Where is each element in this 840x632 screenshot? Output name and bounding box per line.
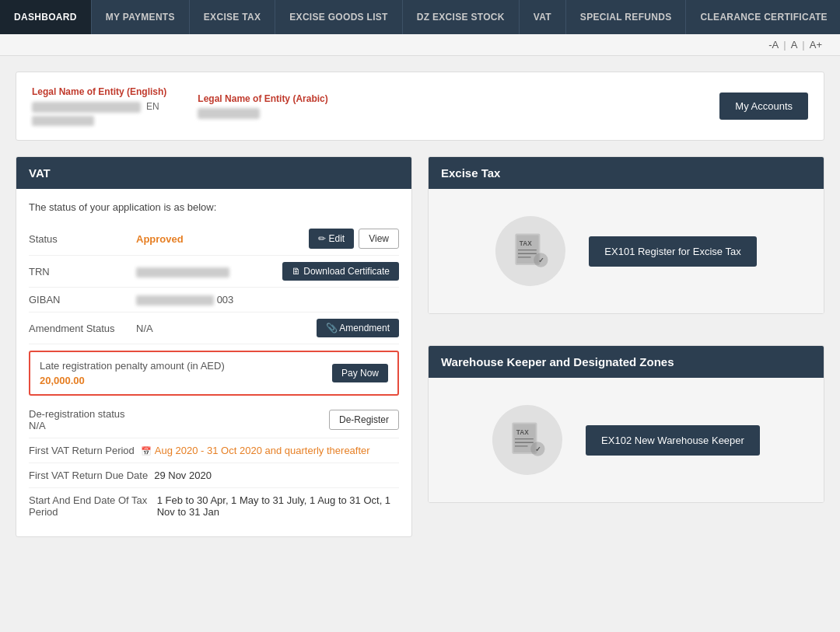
excise-tax-body: TAX ✓ EX101 Register for Excise Tax [429,189,824,313]
excise-tax-card: Excise Tax TAX ✓ [428,156,824,314]
first-due-value: 29 Nov 2020 [154,470,212,481]
pay-now-button[interactable]: Pay Now [332,364,388,382]
status-label: Status [29,233,130,245]
warehouse-card: Warehouse Keeper and Designated Zones TA… [428,345,824,503]
warehouse-register-button[interactable]: EX102 New Warehouse Keeper [586,425,760,456]
warehouse-tax-icon: TAX ✓ [506,419,549,462]
entity-arabic-label: Legal Name of Entity (Arabic) [198,93,327,104]
dereg-label: De-registration status [29,408,323,420]
penalty-row: Late registration penalty amount (in AED… [29,351,399,396]
amendment-icon: 📎 [326,323,340,333]
main-content: Legal Name of Entity (English) EN Legal … [0,56,840,553]
right-column: Excise Tax TAX ✓ [428,156,824,537]
first-return-label: First VAT Return Period [29,445,135,456]
entity-card: Legal Name of Entity (English) EN Legal … [16,72,824,141]
vat-card: VAT The status of your application is as… [16,156,412,537]
nav-excise-tax[interactable]: EXCISE TAX [190,0,275,34]
penalty-amount: 20,000.00 [40,375,332,386]
tax-period-value: 1 Feb to 30 Apr, 1 May to 31 July, 1 Aug… [157,494,399,518]
giban-label: GIBAN [29,294,130,306]
font-controls: -A | A | A+ [0,34,840,56]
dereg-value: N/A [29,420,323,431]
giban-row: GIBAN 003 [29,288,399,313]
deregister-button[interactable]: De-Register [329,410,399,430]
warehouse-icon-circle: TAX ✓ [492,405,562,475]
entity-arabic-field: Legal Name of Entity (Arabic) [198,93,327,120]
svg-text:✓: ✓ [534,445,541,453]
amendment-status-row: Amendment Status N/A 📎 Amendment [29,313,399,344]
entity-english-field: Legal Name of Entity (English) EN [32,86,166,126]
download-cert-button[interactable]: 🗎 Download Certificate [282,262,399,281]
tax-period-label: Start And End Date Of Tax Period [29,494,151,518]
vat-header: VAT [16,157,411,189]
giban-blurred [136,295,214,306]
entity-english-blurred [32,102,141,113]
vat-body: The status of your application is as bel… [16,189,411,536]
download-icon: 🗎 [292,266,303,277]
status-actions: ✏ Edit View [309,229,399,249]
warehouse-body: TAX ✓ EX102 New Warehouse Keeper [429,378,824,502]
svg-text:TAX: TAX [520,240,532,247]
font-sep2: | [802,39,804,51]
view-button[interactable]: View [359,229,399,249]
entity-arabic-blurred [198,108,260,119]
excise-tax-icon: TAX ✓ [509,230,552,273]
entity-english-suffix: EN [144,101,159,112]
giban-suffix: 003 [217,294,234,306]
excise-register-button[interactable]: EX101 Register for Excise Tax [589,236,756,267]
nav-dz-excise-stock[interactable]: DZ EXCISE STOCK [403,0,520,34]
giban-value: 003 [136,294,399,306]
first-return-row: First VAT Return Period 📅Aug 2020 - 31 O… [29,438,399,463]
my-accounts-button[interactable]: My Accounts [719,93,808,120]
excise-tax-header: Excise Tax [429,157,824,189]
top-navigation: DASHBOARD MY PAYMENTS EXCISE TAX EXCISE … [0,0,840,34]
font-increase[interactable]: A+ [810,39,822,51]
trn-value [136,266,276,278]
vat-description: The status of your application is as bel… [29,201,399,213]
amendment-status-value: N/A [136,323,310,334]
nav-excise-goods-list[interactable]: EXCISE GOODS LIST [275,0,402,34]
font-decrease[interactable]: -A [768,39,779,51]
edit-button[interactable]: ✏ Edit [309,229,354,249]
nav-my-payments[interactable]: MY PAYMENTS [92,0,190,34]
penalty-label: Late registration penalty amount (in AED… [40,360,332,372]
font-normal[interactable]: A [791,39,798,51]
trn-label: TRN [29,266,130,278]
status-row: Status Approved ✏ Edit View [29,222,399,256]
amendment-button[interactable]: 📎 Amendment [317,319,399,337]
nav-dashboard[interactable]: DASHBOARD [0,0,92,34]
font-sep1: | [783,39,786,51]
svg-text:✓: ✓ [537,257,544,264]
entity-arabic-value [198,107,327,120]
calendar-icon: 📅 [141,446,152,456]
dereg-row: De-registration status N/A De-Register [29,402,399,438]
excise-tax-icon-circle: TAX ✓ [495,216,565,286]
status-value: Approved [136,233,303,245]
two-col-layout: VAT The status of your application is as… [16,156,824,537]
dereg-info: De-registration status N/A [29,408,323,431]
penalty-text: Late registration penalty amount (in AED… [40,360,332,386]
entity-english-label: Legal Name of Entity (English) [32,86,166,97]
tax-period-row: Start And End Date Of Tax Period 1 Feb t… [29,488,399,524]
first-return-value: 📅Aug 2020 - 31 Oct 2020 and quarterly th… [141,445,370,456]
nav-vat[interactable]: VAT [520,0,566,34]
trn-row: TRN 🗎 Download Certificate [29,256,399,288]
trn-blurred [136,267,229,278]
entity-english-value: EN [32,100,166,113]
first-due-label: First VAT Return Due Date [29,470,148,481]
nav-clearance-certificate[interactable]: CLEARANCE CERTIFICATE [686,0,840,34]
amendment-status-label: Amendment Status [29,323,130,334]
warehouse-header: Warehouse Keeper and Designated Zones [429,346,824,378]
entity-english-sub [32,116,166,127]
first-due-row: First VAT Return Due Date 29 Nov 2020 [29,463,399,488]
entity-sub-blurred [32,116,94,126]
edit-icon: ✏ [318,233,328,244]
svg-text:TAX: TAX [516,429,528,436]
nav-special-refunds[interactable]: SPECIAL REFUNDS [566,0,687,34]
